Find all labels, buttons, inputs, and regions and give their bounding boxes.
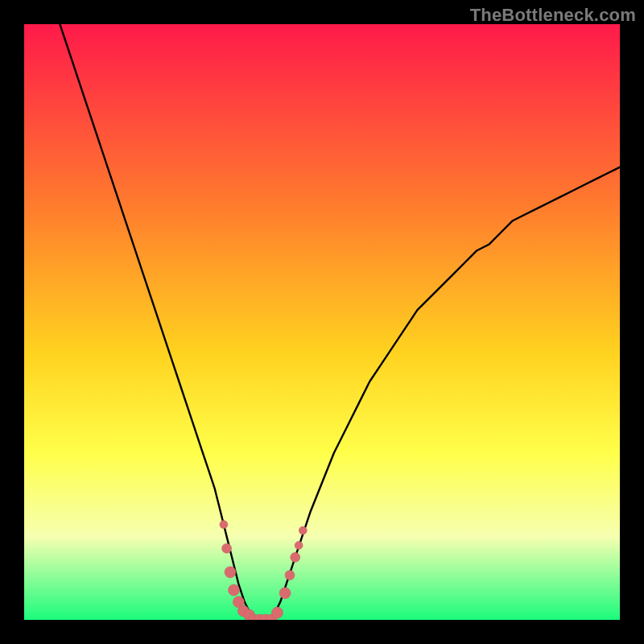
data-marker bbox=[279, 588, 291, 599]
data-marker bbox=[225, 567, 236, 578]
bottleneck-chart bbox=[24, 24, 620, 620]
gradient-bg bbox=[24, 24, 620, 620]
data-marker bbox=[229, 584, 240, 596]
plot-area bbox=[24, 24, 620, 620]
data-marker bbox=[222, 543, 232, 553]
watermark-text: TheBottleneck.com bbox=[470, 5, 636, 26]
data-marker bbox=[295, 542, 303, 550]
data-marker bbox=[285, 571, 295, 580]
data-marker bbox=[299, 526, 307, 535]
data-marker bbox=[220, 521, 228, 529]
chart-frame: TheBottleneck.com bbox=[0, 0, 644, 644]
data-marker bbox=[272, 607, 283, 618]
data-marker bbox=[291, 552, 300, 562]
